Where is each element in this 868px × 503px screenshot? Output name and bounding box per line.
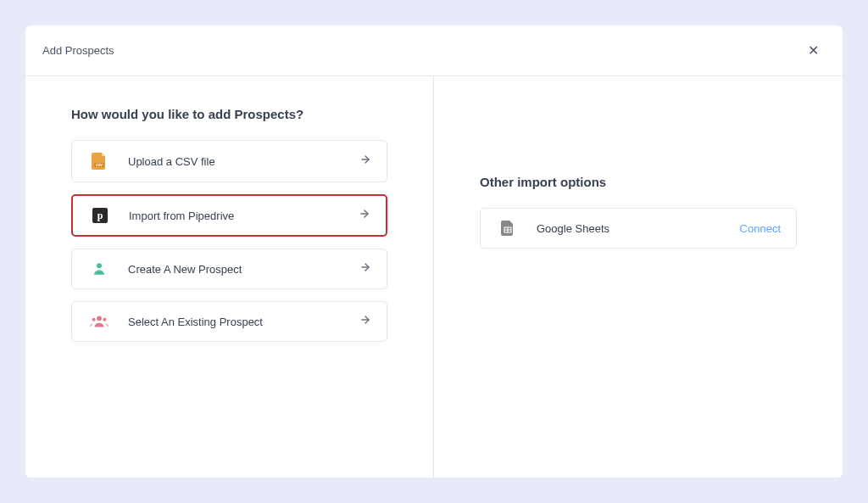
csv-file-icon: csv (87, 153, 111, 170)
arrow-right-icon (359, 314, 371, 329)
google-sheets-icon (496, 221, 520, 236)
option-label: Create A New Prospect (128, 263, 359, 276)
modal-title: Add Prospects (42, 44, 114, 57)
right-panel: Other import options Google Sheets Conne… (434, 76, 843, 478)
option-label: Import from Pipedrive (129, 210, 359, 222)
svg-text:csv: csv (96, 163, 103, 167)
arrow-right-icon (359, 261, 371, 277)
people-icon (87, 314, 111, 329)
option-select-existing[interactable]: Select An Existing Prospect (71, 301, 387, 342)
add-prospects-modal: Add Prospects ✕ How would you like to ad… (25, 25, 843, 478)
left-panel: How would you like to add Prospects? csv… (25, 76, 434, 478)
option-create-prospect[interactable]: Create A New Prospect (71, 249, 387, 289)
svg-point-6 (97, 263, 102, 268)
right-heading: Other import options (480, 175, 797, 189)
arrow-right-icon (359, 154, 371, 169)
modal-header: Add Prospects ✕ (25, 25, 843, 76)
option-upload-csv[interactable]: csv Upload a CSV file (71, 140, 387, 182)
connect-google-sheets: Google Sheets Connect (480, 208, 797, 249)
option-label: Select An Existing Prospect (128, 316, 359, 328)
modal-body: How would you like to add Prospects? csv… (25, 76, 843, 478)
svg-point-10 (103, 318, 106, 321)
arrow-right-icon (359, 208, 370, 223)
close-icon: ✕ (808, 43, 819, 58)
svg-text:p: p (97, 210, 103, 221)
option-label: Upload a CSV file (128, 155, 359, 168)
svg-point-9 (92, 318, 96, 321)
connect-button[interactable]: Connect (740, 222, 781, 235)
pipedrive-icon: p (88, 208, 112, 223)
svg-point-8 (97, 316, 102, 321)
left-heading: How would you like to add Prospects? (71, 107, 387, 121)
close-button[interactable]: ✕ (801, 39, 826, 62)
connect-label: Google Sheets (537, 222, 740, 235)
option-import-pipedrive[interactable]: p Import from Pipedrive (71, 194, 387, 237)
person-icon (87, 261, 111, 277)
